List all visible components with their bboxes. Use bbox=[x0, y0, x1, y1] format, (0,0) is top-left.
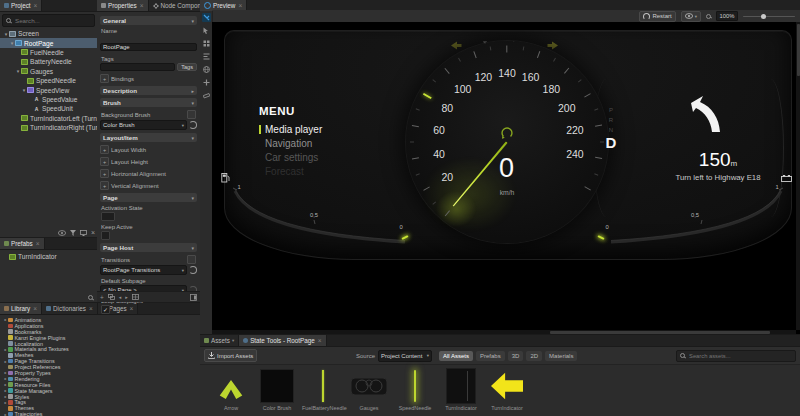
asset-search-input[interactable] bbox=[687, 352, 792, 360]
restart-button[interactable]: Restart bbox=[639, 11, 675, 22]
property-row-horizontal-alignment[interactable]: +Horizontal Alignment bbox=[100, 169, 197, 178]
monitor-icon[interactable] bbox=[80, 230, 87, 236]
section-general[interactable]: General▾ bbox=[100, 16, 197, 25]
asset-arrow-0[interactable]: Arrow bbox=[210, 368, 252, 411]
tags-button[interactable]: Tags bbox=[177, 63, 197, 71]
align-icon[interactable] bbox=[202, 52, 211, 61]
close-icon[interactable]: × bbox=[34, 2, 38, 9]
tree-item-speedvalue[interactable]: ASpeedValue bbox=[0, 95, 97, 104]
asset-gauges-3[interactable]: Gauges bbox=[348, 368, 390, 411]
speedometer-tick bbox=[595, 125, 602, 128]
section-layout[interactable]: Layout/Item▾ bbox=[100, 133, 197, 142]
filter-prefabs[interactable]: Prefabs bbox=[476, 351, 505, 361]
section-page-host[interactable]: Page Host▾ bbox=[100, 243, 197, 252]
tab-project[interactable]: Project × bbox=[0, 0, 42, 11]
asset-speedneedle-4[interactable]: SpeedNeedle bbox=[394, 368, 436, 411]
arrow-right-icon[interactable]: ▸ bbox=[125, 294, 128, 300]
property-row-vertical-alignment[interactable]: +Vertical Alignment bbox=[100, 181, 197, 190]
asset-fuelbatteryneedle-2[interactable]: FuelBatteryNeedle bbox=[302, 368, 344, 411]
zoom-slider[interactable] bbox=[743, 12, 795, 20]
scrollbar-thumb[interactable] bbox=[797, 24, 800, 76]
add-property-icon[interactable]: + bbox=[100, 169, 109, 178]
library-item-trajectories[interactable]: ▸Trajectories bbox=[0, 411, 200, 416]
property-row-layout-height[interactable]: +Layout Height bbox=[100, 157, 197, 166]
select-cursor-icon[interactable] bbox=[202, 26, 211, 35]
tab-assets[interactable]: Assets ▾ bbox=[200, 335, 239, 346]
filter-all-assets[interactable]: All Assets bbox=[439, 351, 473, 361]
measure-icon[interactable] bbox=[202, 91, 211, 100]
tree-item-turnindicatorright-turnindicator[interactable]: TurnIndicatorRight (TurnIndicator) bbox=[0, 123, 97, 132]
eye-icon[interactable] bbox=[58, 230, 66, 236]
tags-field[interactable] bbox=[100, 63, 175, 71]
tab-state-tools[interactable]: State Tools - RootPage × bbox=[239, 335, 326, 346]
tab-dictionaries[interactable]: Dictionaries × bbox=[42, 303, 98, 314]
keep-active-checkbox[interactable] bbox=[101, 231, 110, 240]
add-binding-icon[interactable]: + bbox=[100, 74, 109, 83]
source-select[interactable]: Project Content ▾ bbox=[378, 350, 432, 362]
filter-3d[interactable]: 3D bbox=[508, 351, 524, 361]
tree-item-speedunit[interactable]: ASpeedUnit bbox=[0, 104, 97, 113]
add-property-icon[interactable]: + bbox=[100, 157, 109, 166]
filter-materials[interactable]: Materials bbox=[545, 351, 577, 361]
add-icon[interactable]: + bbox=[100, 294, 104, 301]
project-search[interactable] bbox=[2, 14, 95, 27]
tab-properties[interactable]: Properties × bbox=[97, 0, 149, 11]
close-icon[interactable]: × bbox=[140, 2, 144, 9]
activation-state-field[interactable] bbox=[101, 212, 115, 221]
zoom-slider-thumb[interactable] bbox=[761, 14, 766, 19]
search-icon[interactable] bbox=[88, 295, 93, 300]
tab-prefabs[interactable]: Prefabs × bbox=[0, 238, 45, 249]
vertical-scrollbar[interactable] bbox=[796, 22, 800, 330]
tree-item-gauges[interactable]: ▾Gauges bbox=[0, 67, 97, 76]
close-icon[interactable]: × bbox=[36, 240, 40, 247]
visibility-button[interactable]: ▾ bbox=[681, 11, 701, 22]
transitions-options-icon[interactable] bbox=[187, 255, 196, 264]
tree-item-batteryneedle[interactable]: BatteryNeedle bbox=[0, 57, 97, 66]
asset-label: Color Brush bbox=[256, 405, 298, 411]
section-brush[interactable]: Brush▾ bbox=[100, 98, 197, 107]
close-icon[interactable]: × bbox=[91, 229, 95, 236]
background-brush-select[interactable]: Color Brush ▾ bbox=[100, 120, 187, 130]
arrow-left-icon[interactable]: ◂ bbox=[119, 294, 122, 300]
tree-item-speedneedle[interactable]: SpeedNeedle bbox=[0, 76, 97, 85]
reset-icon[interactable] bbox=[189, 121, 197, 129]
close-icon[interactable]: × bbox=[318, 337, 322, 344]
asset-color-brush-1[interactable]: Color Brush bbox=[256, 368, 298, 411]
section-page[interactable]: Page▾ bbox=[100, 193, 197, 202]
brush-options-icon[interactable] bbox=[187, 110, 196, 119]
grid-icon[interactable] bbox=[132, 294, 139, 300]
tab-library[interactable]: Library × bbox=[0, 303, 42, 314]
add-property-icon[interactable]: + bbox=[100, 181, 109, 190]
add-property-icon[interactable]: + bbox=[100, 145, 109, 154]
tree-item-rootpage[interactable]: ▾RootPage bbox=[0, 38, 97, 47]
property-row-layout-width[interactable]: +Layout Width bbox=[100, 145, 197, 154]
grid-icon[interactable] bbox=[202, 39, 211, 48]
transitions-select[interactable]: RootPage Transitions ▾ bbox=[100, 265, 187, 275]
tool-icon[interactable] bbox=[202, 13, 211, 22]
asset-search[interactable] bbox=[676, 350, 796, 362]
section-description[interactable]: Description▸ bbox=[100, 86, 197, 95]
asset-turnindicator-5[interactable]: TurnIndicator bbox=[440, 368, 482, 411]
close-icon[interactable]: × bbox=[89, 305, 93, 312]
add-icon[interactable] bbox=[202, 78, 211, 87]
loop-subpages-checkbox[interactable]: ✓ bbox=[101, 305, 110, 314]
tree-item-screen[interactable]: ▾Screen bbox=[0, 29, 97, 38]
zoom-level[interactable]: 100% bbox=[716, 11, 738, 21]
layers-icon[interactable] bbox=[108, 294, 115, 300]
import-assets-button[interactable]: Import Assets bbox=[204, 349, 257, 362]
tree-item-speedview[interactable]: ▾SpeedView bbox=[0, 85, 97, 94]
reset-icon[interactable] bbox=[189, 266, 197, 274]
asset-turnindicator-6[interactable]: TurnIndicator bbox=[486, 368, 528, 411]
project-search-input[interactable] bbox=[13, 16, 91, 25]
panel-icon[interactable] bbox=[190, 294, 197, 301]
filter-icon[interactable] bbox=[70, 230, 76, 236]
prefab-item-turnindicator[interactable]: TurnIndicator bbox=[0, 252, 97, 261]
close-icon[interactable]: × bbox=[33, 305, 37, 312]
globe-icon[interactable] bbox=[202, 65, 211, 74]
tree-item-fuelneedle[interactable]: FuelNeedle bbox=[0, 48, 97, 57]
filter-2d[interactable]: 2D bbox=[526, 351, 542, 361]
close-icon[interactable]: × bbox=[238, 2, 242, 9]
tree-item-turnindicatorleft-turnindicator[interactable]: TurnIndicatorLeft (TurnIndicator) bbox=[0, 114, 97, 123]
name-field[interactable] bbox=[100, 43, 197, 51]
preview-canvas[interactable]: MENU Media playerNavigationCar settingsF… bbox=[212, 22, 800, 334]
